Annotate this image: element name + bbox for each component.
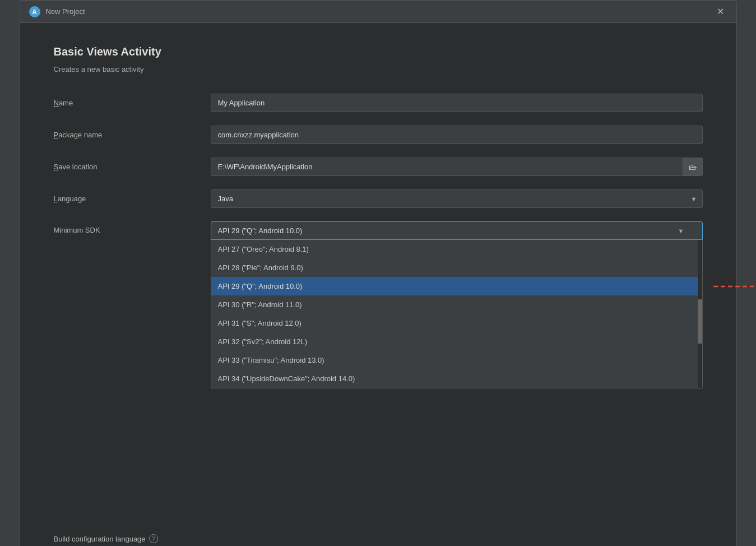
name-label: Name (54, 99, 211, 107)
activity-description: Creates a new basic activity (54, 65, 703, 73)
close-button[interactable]: ✕ (713, 5, 727, 18)
build-config-help-icon[interactable]: ? (149, 534, 158, 543)
save-location-input[interactable] (211, 158, 683, 176)
language-row: Language Kotlin Java ▼ (54, 189, 703, 208)
language-select-wrapper: Kotlin Java ▼ (211, 189, 703, 208)
package-name-row: Package name (54, 126, 703, 144)
dialog-content: Basic Views Activity Creates a new basic… (20, 23, 736, 546)
minimum-sdk-label: Minimum SDK (54, 221, 211, 234)
minimum-sdk-row: Minimum SDK API 29 ("Q"; Android 10.0) ▼… (54, 221, 703, 388)
build-config-label: Build configuration language ? (54, 534, 211, 543)
title-bar: A New Project ✕ (20, 1, 736, 23)
sdk-scrollbar-thumb (698, 299, 702, 344)
name-input[interactable] (211, 94, 703, 112)
save-location-label: Save location (54, 163, 211, 171)
sdk-dropdown: API 27 ("Oreo"; Android 8.1) API 28 ("Pi… (211, 240, 703, 388)
sdk-option-api27[interactable]: API 27 ("Oreo"; Android 8.1) (211, 240, 702, 258)
dialog-title: New Project (46, 7, 708, 16)
sdk-option-api30[interactable]: API 30 ("R"; Android 11.0) (211, 295, 702, 314)
sdk-option-api33[interactable]: API 33 ("Tiramisu"; Android 13.0) (211, 351, 702, 369)
language-select[interactable]: Kotlin Java (211, 189, 703, 208)
sdk-option-api28[interactable]: API 28 ("Pie"; Android 9.0) (211, 258, 702, 277)
sdk-option-api29[interactable]: API 29 ("Q"; Android 10.0) (211, 277, 702, 295)
sdk-option-api34[interactable]: API 34 ("UpsideDownCake"; Android 14.0) (211, 369, 702, 388)
sdk-option-api31[interactable]: API 31 ("S"; Android 12.0) (211, 314, 702, 332)
package-name-input[interactable] (211, 126, 703, 144)
sdk-dropdown-arrow: ▼ (678, 228, 684, 234)
build-config-row: Build configuration language ? (54, 534, 703, 543)
language-label: Language (54, 195, 211, 203)
red-arrow-annotation (713, 280, 757, 293)
sdk-scrollbar[interactable] (698, 240, 702, 388)
sdk-dropdown-wrapper: API 29 ("Q"; Android 10.0) ▼ API 27 ("Or… (211, 221, 703, 388)
sdk-option-api32[interactable]: API 32 ("Sv2"; Android 12L) (211, 332, 702, 351)
activity-title: Basic Views Activity (54, 45, 703, 58)
sdk-selected-value[interactable]: API 29 ("Q"; Android 10.0) ▼ (211, 221, 703, 240)
name-row: Name (54, 94, 703, 112)
new-project-dialog: A New Project ✕ Basic Views Activity Cre… (20, 0, 737, 546)
save-location-row: Save location 🗁 (54, 158, 703, 176)
save-location-field: 🗁 (211, 158, 703, 176)
browse-button[interactable]: 🗁 (683, 158, 703, 176)
app-icon: A (29, 6, 40, 17)
package-name-label: Package name (54, 131, 211, 139)
